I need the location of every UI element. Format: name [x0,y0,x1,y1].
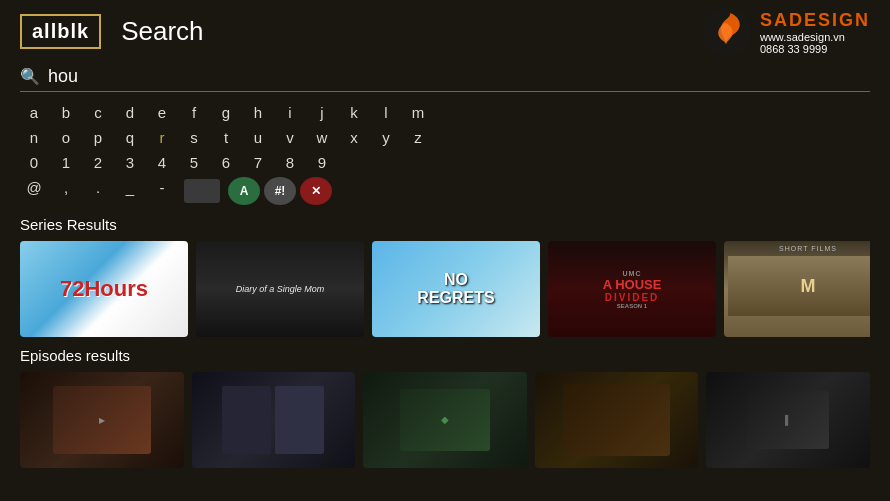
episodes-section-header: Episodes results [20,347,870,364]
keyboard-row-4: @ , . _ - A #! ✕ [20,177,870,208]
key-btn-x[interactable]: ✕ [300,177,332,205]
key-space[interactable] [180,177,224,208]
key-underscore[interactable]: _ [116,177,144,208]
episode-card-4[interactable] [535,372,699,468]
key-c[interactable]: c [84,102,112,123]
sadesign-text: SADESIGN www.sadesign.vn 0868 33 9999 [760,10,870,55]
key-u[interactable]: u [244,127,272,148]
key-0[interactable]: 0 [20,152,48,173]
key-d[interactable]: d [116,102,144,123]
key-b[interactable]: b [52,102,80,123]
key-p[interactable]: p [84,127,112,148]
key-z[interactable]: z [404,127,432,148]
series-results-row: 72Hours Diary of a Single Mom NOREGRETS … [20,241,870,337]
series-card-diary[interactable]: Diary of a Single Mom [196,241,364,337]
episodes-results-row: ▶ ◆ ▌ [20,372,870,468]
key-8[interactable]: 8 [276,152,304,173]
key-6[interactable]: 6 [212,152,240,173]
series-thumb-diary: Diary of a Single Mom [196,241,364,337]
series-thumb-72hours: 72Hours [20,241,188,337]
series-card-house[interactable]: UMC A HOUSE DIVIDED SEASON 1 [548,241,716,337]
key-2[interactable]: 2 [84,152,112,173]
logo-text: allblk [32,20,89,42]
key-g[interactable]: g [212,102,240,123]
sadesign-brand-name: SADESIGN [760,10,870,31]
sadesign-url: www.sadesign.vn [760,31,870,43]
key-l[interactable]: l [372,102,400,123]
episode-card-1[interactable]: ▶ [20,372,184,468]
key-h[interactable]: h [244,102,272,123]
key-1[interactable]: 1 [52,152,80,173]
key-4[interactable]: 4 [148,152,176,173]
series-card-noregrets[interactable]: NOREGRETS [372,241,540,337]
key-7[interactable]: 7 [244,152,272,173]
key-m[interactable]: m [404,102,432,123]
episode-card-5[interactable]: ▌ [706,372,870,468]
key-5[interactable]: 5 [180,152,208,173]
episode-card-2[interactable] [192,372,356,468]
episode-card-3[interactable]: ◆ [363,372,527,468]
header: allblk Search SADESIGN www.sadesign.vn 0… [0,0,890,62]
sadesign-watermark: SADESIGN www.sadesign.vn 0868 33 9999 [700,6,870,58]
key-w[interactable]: w [308,127,336,148]
key-3[interactable]: 3 [116,152,144,173]
sadesign-icon [700,6,752,58]
key-j[interactable]: j [308,102,336,123]
series-thumb-noregrets: NOREGRETS [372,241,540,337]
series-thumb-house: UMC A HOUSE DIVIDED SEASON 1 [548,241,716,337]
key-btn-hash[interactable]: #! [264,177,296,205]
key-f[interactable]: f [180,102,208,123]
key-x[interactable]: x [340,127,368,148]
key-hyphen[interactable]: - [148,177,176,208]
keyboard-row-1: a b c d e f g h i j k l m [20,102,870,123]
keyboard-row-2: n o p q r s t u v w x y z [20,127,870,148]
key-a[interactable]: a [20,102,48,123]
key-y[interactable]: y [372,127,400,148]
key-n[interactable]: n [20,127,48,148]
key-k[interactable]: k [340,102,368,123]
series-thumb-short: SHORT FILMS M [724,241,870,337]
key-i[interactable]: i [276,102,304,123]
page-title: Search [121,16,203,47]
key-q[interactable]: q [116,127,144,148]
sadesign-phone: 0868 33 9999 [760,43,870,55]
key-period[interactable]: . [84,177,112,208]
key-t[interactable]: t [212,127,240,148]
key-s[interactable]: s [180,127,208,148]
logo[interactable]: allblk [20,14,101,49]
search-icon: 🔍 [20,67,40,86]
key-comma[interactable]: , [52,177,80,208]
key-btn-a[interactable]: A [228,177,260,205]
keyboard-row-3: 0 1 2 3 4 5 6 7 8 9 [20,152,870,173]
series-card-72hours[interactable]: 72Hours [20,241,188,337]
key-e[interactable]: e [148,102,176,123]
key-r[interactable]: r [148,127,176,148]
series-card-short[interactable]: SHORT FILMS M [724,241,870,337]
key-o[interactable]: o [52,127,80,148]
key-9[interactable]: 9 [308,152,336,173]
series-section-header: Series Results [20,216,870,233]
search-bar[interactable]: 🔍 hou [20,66,870,92]
search-query: hou [48,66,870,87]
keyboard: a b c d e f g h i j k l m n o p q r s t … [20,102,870,208]
key-at[interactable]: @ [20,177,48,208]
key-v[interactable]: v [276,127,304,148]
